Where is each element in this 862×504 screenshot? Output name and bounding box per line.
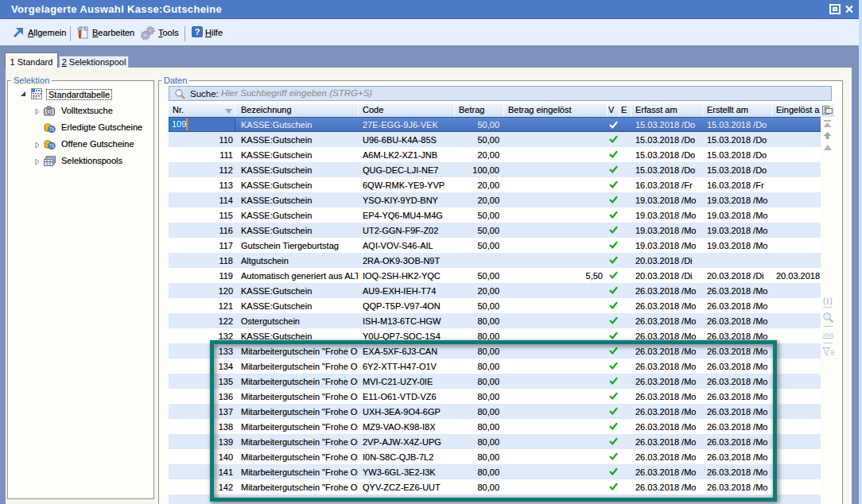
svg-text:XML: XML <box>822 331 834 339</box>
svg-text:?: ? <box>195 27 200 37</box>
